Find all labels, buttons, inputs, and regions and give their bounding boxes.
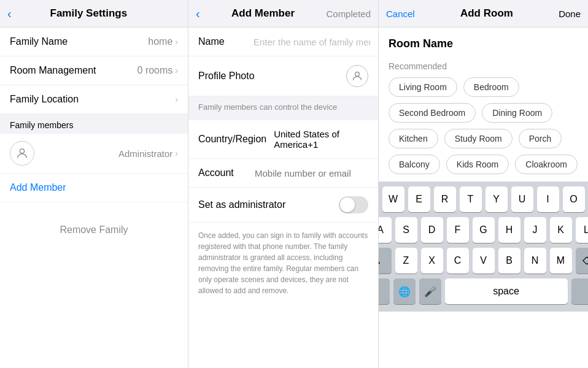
svg-point-0 xyxy=(20,149,24,153)
room-chip[interactable]: Cloakroom xyxy=(515,155,578,174)
key-w[interactable]: W xyxy=(382,186,404,212)
account-input[interactable] xyxy=(255,168,371,178)
mid-panel: Name Profile Photo Family members can co… xyxy=(188,28,379,368)
right-panel-header: Cancel Add Room Done xyxy=(379,0,588,27)
key-y[interactable]: Y xyxy=(485,186,508,212)
left-panel-header: ‹ Family Settings xyxy=(0,0,188,27)
svg-point-1 xyxy=(355,72,360,76)
recommended-label: Recommended xyxy=(379,56,588,77)
key-b[interactable]: B xyxy=(498,248,520,274)
key-m[interactable]: M xyxy=(550,248,572,274)
chevron-icon-4: › xyxy=(175,148,178,158)
key-l[interactable]: L xyxy=(576,217,589,243)
key-h[interactable]: H xyxy=(498,217,520,243)
key-o[interactable]: O xyxy=(563,186,585,212)
room-chip[interactable]: Kitchen xyxy=(389,129,438,148)
add-member-btn[interactable]: Add Member xyxy=(10,182,66,193)
globe-key[interactable]: 🌐 xyxy=(393,278,416,304)
room-chip[interactable]: Dining Room xyxy=(482,103,552,123)
room-chip[interactable]: Second Bedroom xyxy=(389,103,476,123)
control-hint: Family members can control the device xyxy=(188,96,378,120)
profile-photo-label: Profile Photo xyxy=(198,71,255,82)
keyboard-row-2: ▲ZXCVBNM⌫ xyxy=(381,248,586,274)
family-name-row[interactable]: Family Name home › xyxy=(0,28,188,56)
key-u[interactable]: U xyxy=(511,186,533,212)
room-chip[interactable]: Porch xyxy=(519,129,562,148)
key-d[interactable]: D xyxy=(421,217,443,243)
admin-row: Set as administrator xyxy=(188,188,378,223)
keyboard-row-0: QWERTYUIOP xyxy=(381,186,586,212)
key-g[interactable]: G xyxy=(473,217,495,243)
room-management-label: Room Management xyxy=(10,65,96,76)
left-back-arrow[interactable]: ‹ xyxy=(7,7,12,20)
chevron-icon-3: › xyxy=(175,94,178,104)
key-x[interactable]: X xyxy=(421,248,443,274)
keyboard-row-1: ASDFGHJKL xyxy=(381,217,586,243)
name-label: Name xyxy=(198,36,253,47)
profile-photo-row[interactable]: Profile Photo xyxy=(188,56,378,96)
return-key[interactable]: return xyxy=(571,278,589,304)
country-row[interactable]: Country/Region United States of America+… xyxy=(188,120,378,159)
key-v[interactable]: V xyxy=(473,248,495,274)
room-chip[interactable]: Bedroom xyxy=(463,77,519,97)
mic-key[interactable]: 🎤 xyxy=(419,278,441,304)
room-name-header: Room Name xyxy=(379,28,588,56)
family-members-section: Family members xyxy=(0,114,188,134)
cancel-btn[interactable]: Cancel xyxy=(386,9,415,19)
family-location-label: Family Location xyxy=(10,94,79,105)
space-key[interactable]: space xyxy=(445,278,568,304)
remove-family-row[interactable]: Remove Family xyxy=(0,212,188,248)
left-panel: Family Name home › Room Management 0 roo… xyxy=(0,28,188,368)
key-f[interactable]: F xyxy=(447,217,469,243)
room-chip[interactable]: Balcony xyxy=(389,155,440,174)
key-t[interactable]: T xyxy=(460,186,482,212)
room-chip[interactable]: Kids Room xyxy=(446,155,509,174)
backspace-key[interactable]: ⌫ xyxy=(576,248,589,274)
toggle-knob xyxy=(340,197,355,212)
key-i[interactable]: I xyxy=(537,186,559,212)
room-management-row[interactable]: Room Management 0 rooms › xyxy=(0,56,188,85)
right-panel-title: Add Room xyxy=(460,7,513,20)
admin-label: Set as administrator xyxy=(198,199,285,210)
key-c[interactable]: C xyxy=(447,248,469,274)
family-name-value: home › xyxy=(148,36,178,47)
num-key[interactable]: 123 xyxy=(379,278,390,304)
name-input[interactable] xyxy=(253,37,370,47)
room-chips-container: Living RoomBedroomSecond BedroomDining R… xyxy=(379,77,588,182)
left-panel-title: Family Settings xyxy=(50,7,128,20)
country-label: Country/Region xyxy=(198,134,266,145)
member-role: Administrator › xyxy=(118,148,178,159)
key-j[interactable]: J xyxy=(524,217,546,243)
add-member-section: Add Member xyxy=(0,174,188,202)
key-a[interactable]: A xyxy=(379,217,392,243)
mid-panel-title: Add Member xyxy=(231,7,295,20)
admin-toggle[interactable] xyxy=(339,196,368,213)
right-panel: Room Name Recommended Living RoomBedroom… xyxy=(379,28,588,368)
name-row: Name xyxy=(188,28,378,56)
remove-family-label: Remove Family xyxy=(60,224,128,236)
mid-back-arrow[interactable]: ‹ xyxy=(196,7,200,20)
key-z[interactable]: Z xyxy=(395,248,417,274)
shift-key[interactable]: ▲ xyxy=(379,248,392,274)
main-content: Family Name home › Room Management 0 roo… xyxy=(0,28,588,368)
completed-btn[interactable]: Completed xyxy=(326,9,371,19)
avatar xyxy=(10,141,34,166)
chevron-icon-2: › xyxy=(175,66,178,75)
top-bars: ‹ Family Settings ‹ Add Member Completed… xyxy=(0,0,588,28)
room-chip[interactable]: Living Room xyxy=(389,77,457,97)
key-n[interactable]: N xyxy=(524,248,546,274)
photo-icon xyxy=(346,65,368,87)
key-r[interactable]: R xyxy=(434,186,456,212)
key-k[interactable]: K xyxy=(550,217,572,243)
room-chip[interactable]: Study Room xyxy=(444,129,513,148)
member-row[interactable]: Administrator › xyxy=(0,134,188,174)
family-location-row[interactable]: Family Location › xyxy=(0,85,188,114)
chevron-icon: › xyxy=(175,37,178,47)
country-value: United States of America+1 xyxy=(274,129,368,150)
key-s[interactable]: S xyxy=(395,217,417,243)
family-name-label: Family Name xyxy=(10,36,68,47)
key-e[interactable]: E xyxy=(408,186,430,212)
info-text: Once added, you can sign in to family wi… xyxy=(188,223,378,304)
done-btn[interactable]: Done xyxy=(559,9,581,19)
keyboard: QWERTYUIOPASDFGHJKL▲ZXCVBNM⌫123🌐🎤spacere… xyxy=(379,182,588,312)
